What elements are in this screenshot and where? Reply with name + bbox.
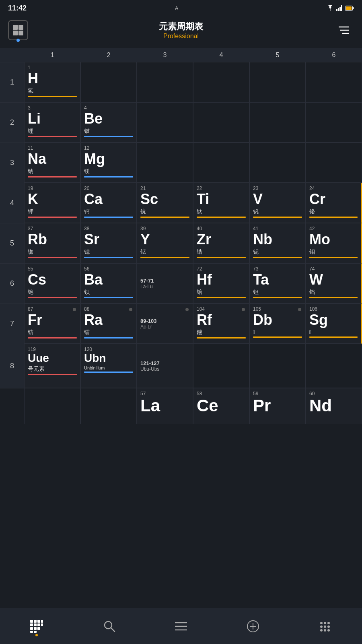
element-Nb[interactable]: 41 Nb 铌 [249, 223, 306, 263]
element-number: 37 [28, 226, 77, 231]
element-Uue[interactable]: 119 Uue 号元素 [24, 344, 80, 388]
element-symbol: Sg [309, 312, 358, 328]
element-Hf[interactable]: 72 Hf 铪 [193, 263, 249, 303]
svg-rect-3 [341, 5, 342, 11]
element-Nd[interactable]: 60 Nd [306, 388, 362, 424]
element-symbol: Y [140, 231, 189, 248]
svg-rect-6 [346, 6, 352, 10]
element-Ca[interactable]: 20 Ca 钙 [80, 183, 137, 223]
element-Na[interactable]: 11 Na 钠 [24, 142, 80, 183]
element-symbol: Sr [84, 231, 133, 248]
range-Ac-Lr[interactable]: 89-103 Ac-Lr [137, 303, 193, 344]
element-symbol: Na [28, 151, 77, 167]
element-number: 55 [28, 266, 77, 272]
element-Ta[interactable]: 73 Ta 钽 [249, 263, 306, 303]
element-symbol: Cr [309, 191, 358, 207]
element-name-cn: 铍 [84, 128, 133, 135]
element-Sc[interactable]: 21 Sc 钪 [137, 183, 193, 223]
element-K[interactable]: 19 K 钾 [24, 183, 80, 223]
element-name-cn: 镁 [84, 168, 133, 175]
element-Sr[interactable]: 38 Sr 锶 [80, 223, 137, 263]
element-Ubn[interactable]: 120 Ubn Unbinilium [80, 344, 137, 388]
svg-rect-19 [34, 623, 37, 626]
element-underline [309, 217, 358, 218]
element-symbol: W [309, 272, 358, 288]
element-Ba[interactable]: 56 Ba 钡 [80, 263, 137, 303]
element-name-cn: 钠 [28, 168, 77, 175]
element-underline [28, 297, 77, 298]
element-Li[interactable]: 3 Li 锂 [24, 102, 80, 142]
svg-point-43 [327, 629, 330, 632]
element-symbol: Mo [309, 231, 358, 248]
element-name-cn: 钛 [197, 208, 246, 215]
empty-cell [193, 142, 249, 183]
svg-line-28 [111, 628, 115, 632]
element-underline [28, 337, 77, 339]
list-icon [175, 621, 187, 632]
element-Rf[interactable]: 104 Rf 鑪 [193, 303, 249, 344]
header-title: 元素周期表 Professional [159, 21, 203, 40]
element-symbol: Nd [309, 396, 358, 415]
element-V[interactable]: 23 V 钒 [249, 183, 306, 223]
element-Mg[interactable]: 12 Mg 镁 [80, 142, 137, 183]
nav-more[interactable] [319, 620, 332, 633]
element-Pr[interactable]: 59 Pr [249, 388, 306, 424]
element-La[interactable]: 57 La [137, 388, 193, 424]
range-Ubu-Ubs[interactable]: 121-127 Ubu-Ubs [137, 344, 193, 388]
element-Zr[interactable]: 40 Zr 锆 [193, 223, 249, 263]
element-underline [84, 136, 133, 137]
element-Db[interactable]: 105 Db 𨧀 [249, 303, 306, 344]
element-Fr[interactable]: 87 Fr 钫 [24, 303, 80, 344]
element-Mo[interactable]: 42 Mo 钼 [306, 223, 362, 263]
element-underline [197, 337, 246, 339]
element-Cr[interactable]: 24 Cr 铬 [306, 183, 362, 223]
element-underline [28, 96, 77, 97]
element-Sg[interactable]: 106 Sg 𨭎 [306, 303, 362, 344]
col-header-5: 5 [249, 52, 306, 59]
app-logo[interactable] [8, 20, 28, 40]
nav-table[interactable] [30, 619, 43, 633]
svg-rect-24 [37, 627, 40, 630]
element-number: 57 [140, 391, 189, 396]
element-name-cn: 𨧀 [253, 329, 302, 335]
radioactive-dot [185, 308, 189, 311]
element-Y[interactable]: 39 Y 钇 [137, 223, 193, 263]
element-symbol: Sc [140, 191, 189, 207]
empty-cell [80, 62, 137, 102]
element-symbol: Hf [197, 272, 246, 288]
element-underline [253, 257, 302, 258]
svg-rect-22 [30, 627, 33, 630]
element-number: 105 [253, 306, 302, 312]
element-Be[interactable]: 4 Be 铍 [80, 102, 137, 142]
element-H[interactable]: 1 H 氢 [24, 62, 80, 102]
element-symbol: Ti [197, 191, 246, 207]
element-symbol: La [140, 396, 189, 415]
dots-icon [319, 620, 332, 633]
element-Ce[interactable]: 58 Ce [193, 388, 249, 424]
element-number: 22 [197, 186, 246, 191]
element-Ti[interactable]: 22 Ti 钛 [193, 183, 249, 223]
col-header-2: 2 [80, 52, 137, 59]
nav-compare[interactable] [247, 620, 259, 633]
range-La-Lu[interactable]: 57-71 La-Lu [137, 263, 193, 303]
svg-point-37 [327, 622, 330, 624]
element-underline [253, 336, 302, 338]
element-number: 120 [84, 347, 133, 352]
range-sub: Ac-Lr [140, 324, 152, 330]
nav-list[interactable] [175, 621, 187, 632]
element-Rb[interactable]: 37 Rb 铷 [24, 223, 80, 263]
element-name-cn: 钇 [140, 248, 189, 256]
element-name-cn: 铷 [28, 248, 77, 256]
element-symbol: Cs [28, 272, 77, 288]
radioactive-dot [242, 308, 245, 311]
element-Ra[interactable]: 88 Ra 镭 [80, 303, 137, 344]
element-W[interactable]: 74 W 钨 [306, 263, 362, 303]
element-Cs[interactable]: 55 Cs 铯 [24, 263, 80, 303]
row-label-5: 5 [0, 223, 24, 263]
nav-search[interactable] [103, 620, 115, 632]
filter-button[interactable] [334, 20, 354, 40]
element-name-cn: 钡 [84, 289, 133, 296]
element-underline [28, 217, 77, 218]
element-symbol: Be [84, 111, 133, 127]
empty-cell [193, 102, 249, 142]
